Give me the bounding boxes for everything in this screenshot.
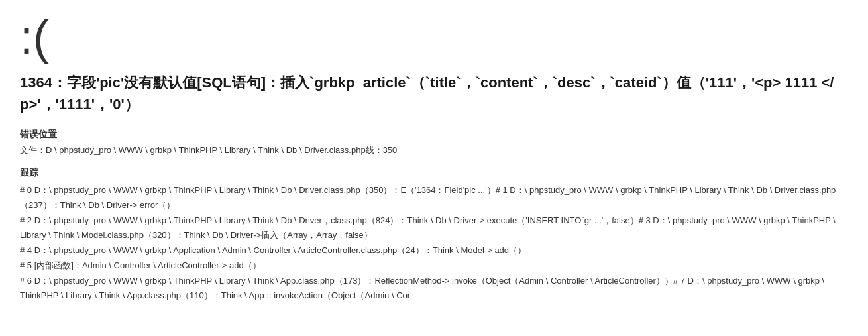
error-location-section: 错误位置 文件：D \ phpstudy_pro \ WWW \ grbkp \… (20, 129, 848, 158)
trace-line-1: # 2 D：\ phpstudy_pro \ WWW \ grbkp \ Thi… (20, 213, 848, 244)
trace-line-2: # 4 D：\ phpstudy_pro \ WWW \ grbkp \ App… (20, 243, 848, 258)
error-location-label: 错误位置 (20, 129, 848, 140)
trace-label: 跟踪 (20, 167, 848, 179)
error-title: 1364：字段'pic'没有默认值[SQL语句]：插入`grbkp_articl… (20, 72, 848, 115)
sad-face-symbol: :( (20, 13, 848, 61)
trace-content: # 0 D：\ phpstudy_pro \ WWW \ grbkp \ Thi… (20, 183, 848, 304)
trace-line-3: # 5 [内部函数]：Admin \ Controller \ ArticleC… (20, 258, 848, 274)
trace-line-0: # 0 D：\ phpstudy_pro \ WWW \ grbkp \ Thi… (20, 183, 848, 213)
trace-section: 跟踪 # 0 D：\ phpstudy_pro \ WWW \ grbkp \ … (20, 167, 848, 304)
trace-line-4: # 6 D：\ phpstudy_pro \ WWW \ grbkp \ Thi… (20, 274, 848, 304)
error-location-content: 文件：D \ phpstudy_pro \ WWW \ grbkp \ Thin… (20, 143, 848, 158)
